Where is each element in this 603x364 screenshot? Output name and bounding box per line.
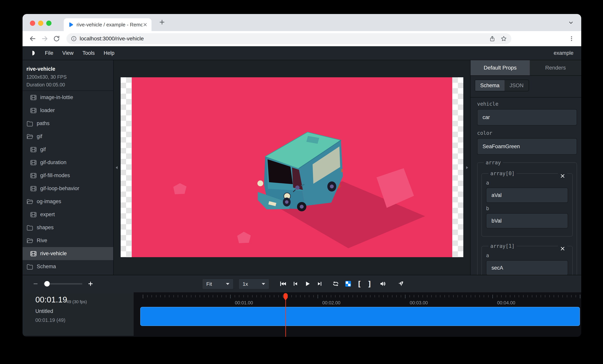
remove-array-item-icon[interactable]	[558, 245, 567, 252]
jump-to-end-icon[interactable]	[317, 281, 323, 287]
render-rocket-icon[interactable]	[397, 280, 405, 287]
playback-rate-dropdown[interactable]: 1x	[239, 279, 269, 289]
color-input[interactable]: SeaFoamGreen	[477, 138, 577, 155]
minimize-window-button[interactable]	[38, 21, 43, 26]
array-0-a-input[interactable]: aVal	[486, 188, 568, 203]
fit-dropdown-value: Fit	[206, 281, 212, 287]
composition-title: rive-vehicle	[26, 66, 110, 72]
playhead-marker[interactable]	[283, 293, 288, 301]
compositions-sidebar: rive-vehicle 1200x630, 30 FPS Duration 0…	[23, 60, 114, 275]
menu-file[interactable]: File	[40, 50, 58, 56]
timeline-track-bar[interactable]	[140, 307, 580, 326]
film-icon	[30, 211, 37, 218]
zoom-window-button[interactable]	[46, 21, 51, 26]
remotion-favicon-icon	[68, 22, 73, 28]
share-icon[interactable]	[489, 35, 495, 42]
url-text[interactable]: localhost:3000/rive-vehicle	[80, 35, 489, 42]
in-point-icon[interactable]: [	[357, 280, 361, 288]
track-duration: 00:01.19 (49)	[35, 317, 66, 323]
jump-to-start-icon[interactable]	[279, 280, 286, 287]
loop-icon[interactable]	[332, 280, 339, 287]
playback-toolbar: Fit 1x [	[23, 275, 581, 292]
sidebar-item-label: rive-vehicle	[40, 250, 67, 257]
zoom-slider[interactable]	[44, 283, 82, 284]
remove-array-item-icon[interactable]	[558, 172, 567, 180]
composition-info: rive-vehicle 1200x630, 30 FPS Duration 0…	[23, 60, 113, 91]
menu-tools[interactable]: Tools	[78, 50, 99, 56]
field-label-b: b	[486, 205, 568, 211]
folder-icon	[26, 120, 34, 127]
film-icon	[30, 94, 37, 101]
ruler-label: 00:04.00	[497, 300, 515, 306]
folder-open-icon	[26, 237, 34, 244]
sidebar-folder-schema[interactable]: Schema	[23, 260, 113, 273]
playback-rate-value: 1x	[243, 281, 248, 287]
field-label-color: color	[477, 130, 577, 136]
tab-search-chevron-icon[interactable]	[568, 20, 574, 26]
out-point-icon[interactable]: ]	[367, 280, 372, 288]
tab-renders[interactable]: Renders	[530, 60, 581, 75]
bookmark-star-icon[interactable]	[500, 35, 507, 42]
toggle-schema[interactable]: Schema	[475, 80, 505, 91]
timeline-track-info: 00:01.19 49 (30 fps) Untitled 00:01.19 (…	[23, 292, 134, 336]
sidebar-folder-gif[interactable]: gif	[23, 130, 113, 143]
zoom-slider-knob[interactable]	[44, 281, 50, 286]
previous-frame-icon[interactable]	[292, 281, 298, 287]
collapse-left-panel-icon[interactable]	[115, 165, 119, 170]
sidebar-item-expert[interactable]: expert	[23, 208, 113, 221]
zoom-in-icon[interactable]	[87, 281, 94, 287]
main-area: rive-vehicle 1200x630, 30 FPS Duration 0…	[23, 60, 581, 275]
composition-canvas[interactable]	[121, 77, 463, 257]
sidebar-item-gif-duration[interactable]: gif-duration	[23, 156, 113, 169]
current-timecode: 00:01.19	[35, 295, 67, 304]
play-icon[interactable]	[304, 281, 311, 287]
array-1-a-input[interactable]: secA	[486, 260, 568, 275]
tab-default-props[interactable]: Default Props	[471, 60, 530, 75]
sidebar-folder-paths[interactable]: paths	[23, 117, 113, 130]
film-icon	[30, 107, 37, 114]
array-fieldset: array array[0] a aVal b bVal	[477, 160, 577, 275]
track-name[interactable]: Untitled	[35, 308, 53, 314]
close-window-button[interactable]	[30, 21, 35, 26]
sidebar-folder-og-images[interactable]: og-images	[23, 195, 113, 208]
sidebar-item-image-in-lottie[interactable]: image-in-lottie	[23, 91, 113, 104]
schema-json-toggle: Schema JSON	[475, 80, 529, 91]
new-tab-button[interactable]	[159, 19, 165, 26]
site-info-icon[interactable]	[71, 35, 77, 42]
sidebar-item-label: Schema	[37, 263, 56, 270]
vehicle-input[interactable]: car	[477, 109, 577, 125]
composition-resolution: 1200x630, 30 FPS	[26, 74, 110, 80]
menu-help[interactable]: Help	[99, 50, 119, 56]
browser-tab[interactable]: rive-vehicle / example - Remoti	[64, 18, 151, 31]
sidebar-folder-rive[interactable]: Rive	[23, 234, 113, 247]
forward-icon[interactable]	[41, 35, 48, 42]
transparency-checkerboard-icon[interactable]	[345, 281, 351, 287]
array-0-b-input[interactable]: bVal	[486, 213, 568, 228]
toggle-json[interactable]: JSON	[505, 80, 529, 91]
address-bar[interactable]: localhost:3000/rive-vehicle	[66, 33, 511, 44]
sidebar-folder-shapes[interactable]: shapes	[23, 221, 113, 234]
timeline-ruler[interactable]: 00:01.00 00:02.00 00:03.00 00:04.00	[136, 292, 581, 306]
array-1-legend: array[1]	[488, 243, 517, 249]
remotion-logo-icon[interactable]	[30, 50, 36, 56]
back-icon[interactable]	[29, 35, 36, 42]
current-frame-label: 49 (30 fps)	[66, 299, 87, 304]
zoom-out-icon[interactable]	[33, 281, 38, 287]
sidebar-item-label: shapes	[37, 225, 54, 231]
array-item-1: array[1] a secA b	[481, 243, 573, 275]
tab-close-icon[interactable]	[143, 22, 148, 27]
reload-icon[interactable]	[53, 35, 60, 42]
rive-vehicle-animation	[132, 77, 452, 257]
fit-dropdown[interactable]: Fit	[202, 279, 233, 289]
collapse-right-panel-icon[interactable]	[464, 165, 469, 170]
sidebar-item-rive-vehicle[interactable]: rive-vehicle	[23, 247, 113, 260]
sidebar-item-label: image-in-lottie	[40, 94, 73, 101]
sidebar-item-gif-fill-modes[interactable]: gif-fill-modes	[23, 169, 113, 182]
sidebar-item-loader[interactable]: loader	[23, 104, 113, 117]
menu-view[interactable]: View	[58, 50, 78, 56]
browser-menu-icon[interactable]	[568, 35, 575, 42]
volume-icon[interactable]	[379, 280, 387, 287]
sidebar-item-gif[interactable]: gif	[23, 143, 113, 156]
studio-menu-bar: File View Tools Help example	[23, 46, 581, 60]
sidebar-item-gif-loop-behavior[interactable]: gif-loop-behavior	[23, 182, 113, 195]
